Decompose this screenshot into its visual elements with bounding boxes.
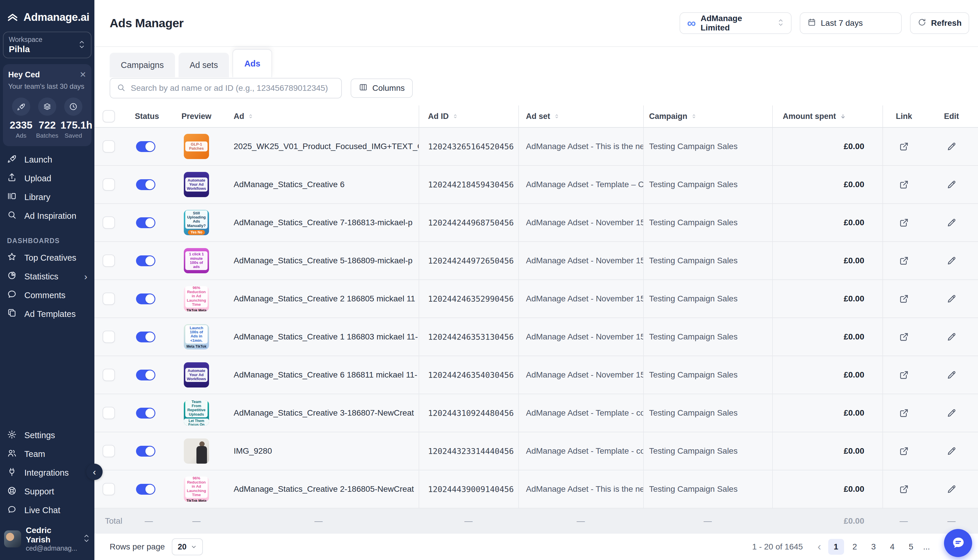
brand[interactable]: Admanage.ai [0, 0, 94, 30]
select-all-checkbox[interactable] [103, 110, 115, 122]
ad-preview-thumbnail[interactable]: Still Uploading Ads Manually? Yes No [184, 210, 209, 235]
external-link-icon[interactable] [895, 328, 913, 346]
sidebar-item-ad-inspiration[interactable]: Ad Inspiration [0, 207, 94, 225]
row-checkbox[interactable] [103, 445, 115, 457]
sort-icon [248, 113, 254, 119]
column-header-ad[interactable]: Ad [218, 105, 419, 127]
user-menu[interactable]: Cedric Yarish ced@admanag... [0, 520, 94, 560]
status-toggle[interactable] [136, 446, 155, 457]
edit-pencil-icon[interactable] [943, 290, 960, 308]
ad-preview-thumbnail[interactable]: Free Your Team From Repetitive Uploads L… [184, 400, 209, 425]
edit-pencil-icon[interactable] [943, 366, 960, 384]
edit-pencil-icon[interactable] [943, 480, 960, 498]
refresh-button[interactable]: Refresh [910, 12, 969, 34]
ad-preview-thumbnail[interactable]: Automate Your Ad Workflows [184, 172, 209, 197]
tab-campaigns[interactable]: Campaigns [110, 53, 175, 77]
external-link-icon[interactable] [895, 138, 913, 155]
pagination-ellipsis: ... [922, 542, 931, 552]
edit-pencil-icon[interactable] [943, 138, 960, 155]
edit-pencil-icon[interactable] [943, 252, 960, 270]
edit-pencil-icon[interactable] [943, 328, 960, 346]
page-button-5[interactable]: 5 [903, 539, 919, 555]
sidebar-collapse-button[interactable]: ‹ [86, 463, 103, 480]
ad-preview-thumbnail[interactable]: 96% Reduction in Ad Launching Time TikTo… [184, 286, 209, 311]
row-checkbox[interactable] [103, 178, 115, 191]
row-checkbox[interactable] [103, 331, 115, 343]
ad-name: AdManage_Statics_Creative 5-186809-micka… [234, 256, 413, 265]
external-link-icon[interactable] [895, 366, 913, 384]
status-toggle[interactable] [136, 179, 155, 190]
close-icon[interactable]: ✕ [79, 70, 86, 79]
previous-page-icon[interactable]: ‹ [814, 541, 825, 553]
ad-preview-thumbnail[interactable] [184, 438, 209, 463]
status-toggle[interactable] [136, 408, 155, 418]
table-row: GLP-1 Patches 2025_WK25_V01_Product_Focu… [94, 128, 978, 166]
status-toggle[interactable] [136, 370, 155, 380]
stat-batches: 722 Batches [34, 98, 60, 139]
sidebar-item-ad-templates[interactable]: Ad Templates [0, 305, 94, 323]
sidebar-item-settings[interactable]: Settings [0, 426, 94, 445]
columns-button[interactable]: Columns [351, 78, 413, 98]
sidebar-item-upload[interactable]: Upload [0, 169, 94, 188]
external-link-icon[interactable] [895, 290, 913, 308]
edit-pencil-icon[interactable] [943, 442, 960, 460]
sidebar-item-comments[interactable]: Comments [0, 286, 94, 305]
page-button-3[interactable]: 3 [866, 539, 881, 555]
status-toggle[interactable] [136, 484, 155, 495]
tab-ads[interactable]: Ads [232, 49, 272, 77]
edit-pencil-icon[interactable] [943, 404, 960, 422]
row-checkbox[interactable] [103, 293, 115, 305]
preview-subtext: TikTok Meta [186, 309, 206, 311]
search-input[interactable] [130, 83, 335, 93]
status-toggle[interactable] [136, 332, 155, 342]
external-link-icon[interactable] [895, 252, 913, 270]
column-header-ad-set[interactable]: Ad set [518, 105, 643, 127]
rocket-icon [12, 98, 30, 116]
workspace-selector[interactable]: Workspace Pihla [3, 32, 92, 58]
sidebar-item-library[interactable]: Library [0, 188, 94, 207]
sidebar-item-support[interactable]: Support [0, 482, 94, 501]
column-header-ad-id[interactable]: Ad ID [419, 105, 518, 127]
sidebar-item-top-creatives[interactable]: Top Creatives [0, 248, 94, 267]
row-checkbox[interactable] [103, 369, 115, 381]
ad-preview-thumbnail[interactable]: 96% Reduction in Ad Launching Time TikTo… [184, 477, 209, 502]
sidebar-item-launch[interactable]: Launch [0, 150, 94, 169]
external-link-icon[interactable] [895, 214, 913, 232]
toggle-knob [145, 180, 154, 189]
column-header-campaign[interactable]: Campaign [643, 105, 772, 127]
status-toggle[interactable] [136, 293, 155, 304]
row-checkbox[interactable] [103, 255, 115, 267]
page-button-4[interactable]: 4 [884, 539, 900, 555]
tab-ad-sets[interactable]: Ad sets [179, 53, 229, 77]
external-link-icon[interactable] [895, 176, 913, 193]
status-toggle[interactable] [136, 141, 155, 152]
sidebar-item-integrations[interactable]: Integrations [0, 463, 94, 482]
external-link-icon[interactable] [895, 480, 913, 498]
sidebar-nav: Launch Upload Library Ad Inspiration DAS… [0, 150, 94, 323]
edit-pencil-icon[interactable] [943, 176, 960, 193]
row-checkbox[interactable] [103, 483, 115, 495]
ad-preview-thumbnail[interactable]: GLP-1 Patches [184, 134, 209, 159]
sidebar-item-team[interactable]: Team [0, 445, 94, 463]
account-selector[interactable]: ∞ AdManage Limited [680, 12, 792, 34]
page-button-2[interactable]: 2 [847, 539, 863, 555]
status-toggle[interactable] [136, 255, 155, 266]
sidebar-item-statistics[interactable]: Statistics › [0, 267, 94, 286]
ad-preview-thumbnail[interactable]: Automate Your Ad Workflows [184, 362, 209, 387]
sidebar-item-live-chat[interactable]: Live Chat [0, 501, 94, 520]
rows-per-page-select[interactable]: 20 [172, 538, 203, 555]
row-checkbox[interactable] [103, 217, 115, 229]
ad-id: 120244246354030456 [428, 370, 514, 380]
ad-preview-thumbnail[interactable]: 1 click 1 minute 100s of ads [184, 248, 209, 273]
row-checkbox[interactable] [103, 407, 115, 419]
ad-preview-thumbnail[interactable]: Launch 100s of Ads in <1min. Meta TikTok [184, 324, 209, 349]
row-checkbox[interactable] [103, 140, 115, 153]
page-button-1[interactable]: 1 [828, 539, 844, 555]
date-range-picker[interactable]: Last 7 days [800, 12, 902, 34]
column-header-amount-spent[interactable]: Amount spent [772, 105, 883, 127]
live-chat-fab[interactable] [944, 529, 972, 557]
edit-pencil-icon[interactable] [943, 214, 960, 232]
external-link-icon[interactable] [895, 442, 913, 460]
status-toggle[interactable] [136, 217, 155, 228]
external-link-icon[interactable] [895, 404, 913, 422]
